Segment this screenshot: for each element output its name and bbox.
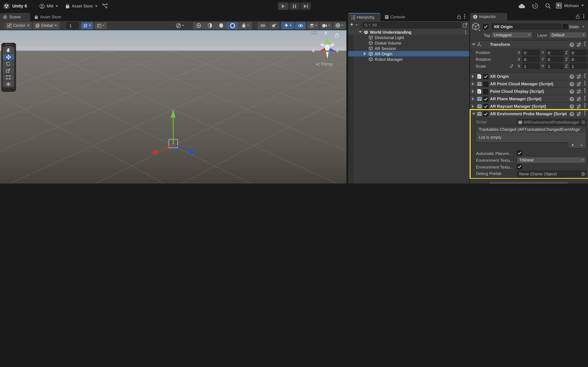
rotation-y-input[interactable]: 0	[546, 56, 563, 62]
help-icon[interactable]: ?	[570, 75, 574, 79]
component-enabled-checkbox[interactable]	[483, 97, 488, 102]
lock-icon[interactable]	[457, 15, 461, 19]
toggle-lighting-button[interactable]	[281, 22, 294, 29]
picker-icon[interactable]	[463, 23, 467, 27]
tool-view-hand[interactable]	[3, 47, 14, 53]
component-ar-plane-manager[interactable]: AR Plane Manager (Script) ?	[470, 95, 588, 102]
environment-texture-hdr-checkbox[interactable]	[517, 164, 522, 169]
component-ar-raycast-manager[interactable]: AR Raycast Manager (Script) ?	[470, 102, 588, 110]
scene-menu-icon[interactable]	[465, 32, 466, 33]
history-icon[interactable]	[532, 3, 538, 9]
tool-handle-pivot-dropdown[interactable]: Center	[5, 22, 32, 29]
object-picker-icon[interactable]	[581, 120, 585, 124]
component-menu-icon[interactable]	[584, 98, 585, 99]
component-menu-icon[interactable]	[584, 90, 585, 91]
tool-scale[interactable]	[3, 67, 14, 74]
component-enabled-checkbox[interactable]	[483, 104, 488, 109]
cloud-icon[interactable]	[519, 4, 525, 8]
component-xr-origin[interactable]: # XR Origin ?	[470, 72, 588, 80]
presets-icon[interactable]	[576, 104, 581, 109]
environment-texture-filter-dropdown[interactable]: Trilinear	[517, 157, 586, 163]
component-menu-icon[interactable]	[584, 83, 585, 83]
scene-viewport[interactable]: y x z Persp XB	[0, 30, 346, 184]
scale-z-input[interactable]: 1	[570, 63, 587, 69]
component-enabled-checkbox[interactable]	[483, 89, 488, 94]
move-gizmo[interactable]	[143, 105, 204, 159]
component-enabled-checkbox[interactable]	[483, 111, 488, 117]
view-camera-dropdown[interactable]	[173, 22, 186, 29]
foldout-icon[interactable]	[364, 52, 366, 55]
play-button[interactable]	[278, 2, 289, 10]
grid-size-input[interactable]: 1	[66, 22, 79, 29]
debug-draw-button[interactable]	[239, 22, 252, 29]
component-ar-environment-probe-manager-header[interactable]: AR Environment Probe Manager (Script ?	[471, 110, 588, 117]
tag-dropdown[interactable]: Untagged	[491, 32, 532, 38]
foldout-icon[interactable]	[472, 97, 474, 100]
automatic-placement-checkbox[interactable]	[517, 150, 522, 156]
gameobject-icon-caret[interactable]	[478, 30, 480, 31]
pause-button[interactable]	[289, 2, 300, 10]
tab-console[interactable]: Console	[382, 13, 411, 21]
scale-x-input[interactable]: 1	[522, 63, 540, 69]
presets-icon[interactable]	[576, 97, 581, 101]
presets-icon[interactable]	[576, 112, 581, 116]
hierarchy-row[interactable]: Directional Light	[348, 35, 469, 40]
layer-dropdown[interactable]: Default	[549, 32, 587, 38]
presets-icon[interactable]	[576, 82, 581, 86]
hierarchy-row[interactable]: Global Volume	[348, 40, 469, 46]
persp-control[interactable]: Persp	[316, 61, 333, 67]
panel-menu-icon[interactable]	[464, 16, 465, 17]
layers-dropdown[interactable]	[307, 22, 319, 29]
add-component-button[interactable]: Add Component	[489, 182, 568, 184]
position-y-input[interactable]: 0	[546, 50, 563, 55]
foldout-icon[interactable]	[359, 31, 362, 33]
help-icon[interactable]: ?	[570, 97, 574, 101]
tab-inspector[interactable]: Inspector	[470, 13, 507, 20]
services-icon[interactable]	[102, 3, 108, 8]
shading-solid-button[interactable]	[215, 22, 227, 29]
tool-rotate[interactable]	[3, 60, 14, 67]
component-ar-point-cloud-manager[interactable]: AR Point Cloud Manager (Script) ?	[470, 80, 588, 87]
presets-icon[interactable]	[576, 89, 581, 94]
gizmos-dropdown[interactable]	[333, 22, 346, 29]
toggle-visibility-button[interactable]	[295, 22, 306, 29]
foldout-icon[interactable]	[472, 113, 475, 115]
static-checkbox[interactable]	[563, 24, 568, 29]
tab-asset-store[interactable]: Asset Store	[31, 13, 65, 21]
component-menu-icon[interactable]	[584, 112, 585, 114]
foldout-icon[interactable]	[472, 82, 474, 86]
toggle-audio-button[interactable]	[269, 22, 279, 29]
camera-settings-dropdown[interactable]	[320, 22, 332, 29]
tool-transform[interactable]	[3, 81, 14, 87]
add-event-button[interactable]: +	[571, 143, 574, 148]
search-icon[interactable]	[545, 3, 551, 9]
help-icon[interactable]: ?	[570, 42, 574, 47]
component-enabled-checkbox[interactable]	[483, 74, 488, 79]
hierarchy-search-field[interactable]: All	[362, 22, 461, 28]
shading-wireframe-button[interactable]	[193, 22, 204, 29]
debug-prefab-field[interactable]: None (Game Object)	[517, 171, 586, 177]
component-menu-icon[interactable]	[584, 43, 585, 44]
snap-settings-button[interactable]	[95, 22, 107, 29]
position-z-input[interactable]: 0	[570, 50, 587, 55]
help-icon[interactable]: ?	[570, 82, 574, 86]
object-picker-icon[interactable]	[581, 172, 585, 176]
panel-menu-icon[interactable]	[583, 16, 584, 17]
transform-header[interactable]: Transform ?	[470, 41, 588, 48]
add-object-caret[interactable]	[355, 25, 358, 26]
lock-open-icon[interactable]	[335, 33, 339, 37]
hierarchy-row-scene[interactable]: World Understanding	[348, 29, 469, 35]
event-header[interactable]: Trackables Changed (ARTrackablesChangedE…	[476, 126, 586, 133]
tab-hierarchy[interactable]: Hierarchy	[348, 13, 380, 21]
remove-event-button[interactable]: −	[580, 143, 583, 148]
toolbar-drag-handle[interactable]	[1, 22, 4, 28]
lock-icon[interactable]	[576, 14, 580, 19]
toggle-2d-button[interactable]: 2D	[258, 22, 268, 29]
active-checkbox[interactable]	[483, 24, 488, 29]
user-menu[interactable]: Mohsen	[556, 3, 584, 8]
tool-move[interactable]	[3, 54, 14, 60]
script-field[interactable]: AREnvironmentProbeManager	[517, 119, 586, 125]
shading-rendered-button[interactable]	[227, 22, 238, 29]
component-point-cloud-display[interactable]: # Point Cloud Display (Script) ?	[470, 87, 588, 95]
add-object-button[interactable]: +	[350, 21, 353, 27]
